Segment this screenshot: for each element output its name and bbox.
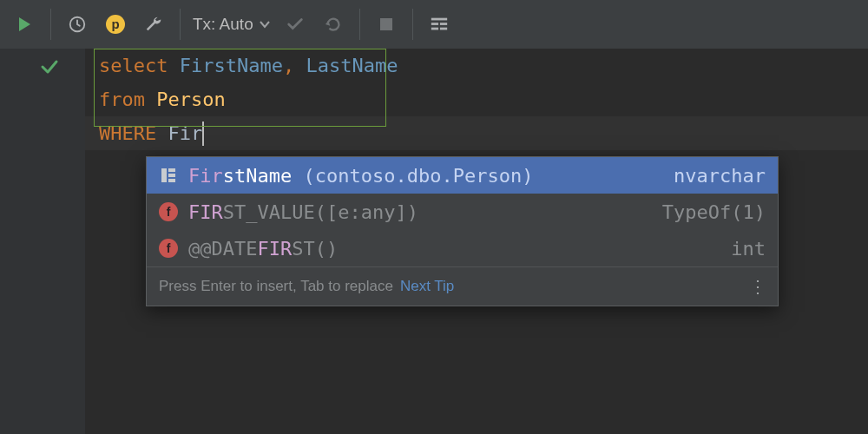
code-line-1: select FirstName, LastName xyxy=(85,49,868,82)
column-lastname: LastName xyxy=(306,55,398,76)
completion-item[interactable]: f FIRST_VALUE([e:any]) TypeOf(1) xyxy=(147,194,778,230)
code-line-2: from Person xyxy=(85,82,868,116)
svg-rect-7 xyxy=(431,28,438,30)
completion-footer: Press Enter to insert, Tab to replace Ne… xyxy=(147,266,778,306)
playground-badge[interactable]: p xyxy=(98,7,133,42)
code-completion-popup: FirstName (contoso.dbo.Person) nvarchar … xyxy=(146,156,779,306)
play-icon xyxy=(16,16,33,33)
svg-rect-6 xyxy=(440,23,447,25)
rollback-icon xyxy=(324,15,343,34)
keyword-where: WHERE xyxy=(99,122,156,144)
code-line-3: WHERE Fir xyxy=(85,116,868,150)
toolbar-separator xyxy=(412,9,413,40)
svg-rect-3 xyxy=(380,18,392,30)
editor-gutter xyxy=(0,49,86,434)
settings-button[interactable] xyxy=(136,7,171,42)
next-tip-link[interactable]: Next Tip xyxy=(400,278,454,295)
p-badge-icon: p xyxy=(105,14,126,35)
completion-text: @@DATEFIRST() xyxy=(188,238,338,260)
inspection-ok-icon[interactable] xyxy=(39,56,60,82)
function-icon: f xyxy=(159,202,178,221)
commit-button[interactable] xyxy=(278,7,312,42)
chevron-down-icon xyxy=(259,18,271,30)
completion-item[interactable]: f @@DATEFIRST() int xyxy=(147,230,778,266)
tx-mode-dropdown[interactable]: Tx: Auto xyxy=(189,15,274,34)
svg-rect-8 xyxy=(440,28,447,30)
svg-rect-12 xyxy=(168,179,175,182)
table-icon xyxy=(430,15,449,34)
typed-text: Fir xyxy=(168,122,202,144)
run-button[interactable] xyxy=(7,7,42,42)
check-icon xyxy=(286,15,305,34)
svg-text:p: p xyxy=(111,16,119,31)
results-view-button[interactable] xyxy=(422,7,457,42)
svg-rect-10 xyxy=(168,168,175,172)
completion-text: FIRST_VALUE([e:any]) xyxy=(188,201,418,223)
more-options-icon[interactable]: ⋮ xyxy=(749,276,766,297)
toolbar-separator xyxy=(50,9,51,40)
wrench-icon xyxy=(144,15,163,34)
completion-item[interactable]: FirstName (contoso.dbo.Person) nvarchar xyxy=(147,157,778,194)
svg-rect-5 xyxy=(431,23,438,25)
keyword-from: from xyxy=(99,89,145,110)
toolbar-separator xyxy=(359,9,360,40)
toolbar-separator xyxy=(180,9,181,40)
svg-rect-4 xyxy=(431,18,447,21)
clock-icon xyxy=(68,15,87,34)
stop-icon xyxy=(378,16,394,32)
completion-type: nvarchar xyxy=(674,165,766,187)
history-button[interactable] xyxy=(60,7,95,42)
completion-hint: Press Enter to insert, Tab to replace xyxy=(159,278,393,295)
svg-rect-9 xyxy=(161,168,167,182)
column-icon xyxy=(159,166,178,185)
svg-rect-11 xyxy=(168,174,175,177)
stop-button[interactable] xyxy=(369,7,404,42)
keyword-select: select xyxy=(99,55,168,76)
completion-type: int xyxy=(731,238,766,260)
text-caret xyxy=(202,122,204,146)
completion-text: FirstName (contoso.dbo.Person) xyxy=(188,165,533,187)
function-icon: f xyxy=(159,239,178,258)
table-person: Person xyxy=(156,89,225,110)
toolbar: p Tx: Auto xyxy=(0,0,868,49)
rollback-button[interactable] xyxy=(316,7,351,42)
column-firstname: FirstName xyxy=(180,55,283,76)
completion-type: TypeOf(1) xyxy=(662,201,766,223)
tx-mode-label: Tx: Auto xyxy=(193,15,253,34)
